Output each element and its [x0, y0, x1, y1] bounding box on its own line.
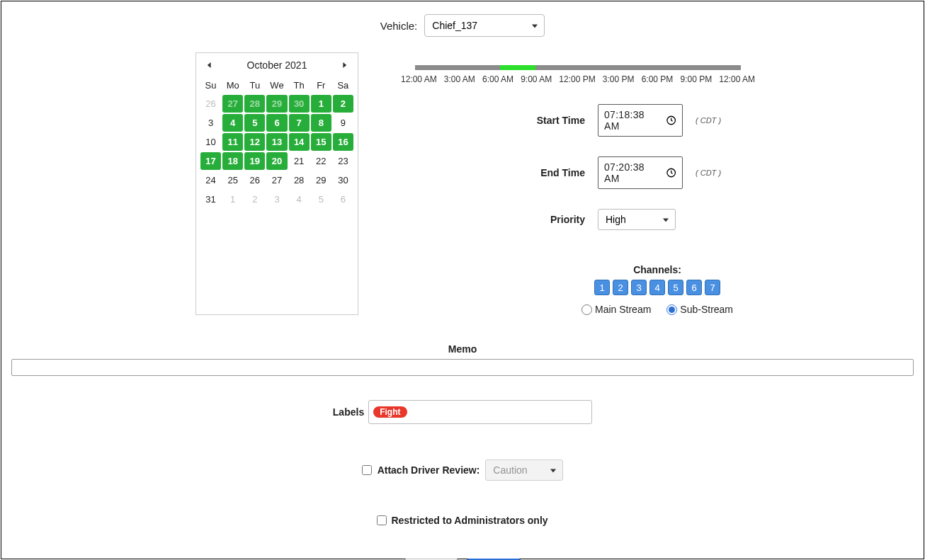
start-time-row: Start Time 07:18:38 AM ( CDT ) — [401, 104, 914, 137]
start-time-value: 07:18:38 AM — [604, 109, 660, 132]
calendar-day[interactable]: 20 — [266, 152, 287, 170]
sub-stream-option[interactable]: Sub-Stream — [666, 304, 733, 315]
timeline-tick: 12:00 AM — [401, 74, 437, 84]
calendar-dow: Tu — [244, 77, 265, 93]
stream-row: Main Stream Sub-Stream — [401, 304, 914, 315]
calendar-day[interactable]: 28 — [244, 95, 265, 113]
calendar-header: October 2021 — [196, 53, 358, 77]
timeline-segment — [500, 65, 536, 70]
calendar-day[interactable]: 2 — [333, 95, 353, 113]
calendar-day[interactable]: 29 — [266, 95, 287, 113]
calendar-dow: Sa — [333, 77, 353, 93]
calendar-day[interactable]: 13 — [266, 133, 287, 151]
calendar-day[interactable]: 28 — [289, 171, 310, 189]
calendar-day[interactable]: 30 — [333, 171, 353, 189]
calendar-day[interactable]: 15 — [311, 133, 331, 151]
end-time-row: End Time 07:20:38 AM ( CDT ) — [401, 156, 914, 189]
restrict-row: Restricted to Administrators only — [11, 515, 914, 526]
start-time-label: Start Time — [401, 115, 585, 126]
calendar-day[interactable]: 6 — [333, 190, 353, 208]
calendar-day[interactable]: 8 — [311, 114, 331, 132]
restrict-checkbox[interactable] — [377, 515, 387, 525]
end-time-tz: ( CDT ) — [696, 168, 721, 177]
calendar-day[interactable]: 5 — [311, 190, 331, 208]
priority-row: Priority High — [401, 209, 914, 230]
attach-label: Attach Driver Review: — [378, 464, 480, 476]
calendar-next-button[interactable] — [338, 59, 351, 72]
channel-button[interactable]: 4 — [649, 280, 665, 295]
calendar-day[interactable]: 27 — [266, 171, 287, 189]
calendar-day[interactable]: 10 — [200, 133, 221, 151]
calendar-day[interactable]: 3 — [266, 190, 287, 208]
calendar-day[interactable]: 29 — [311, 171, 331, 189]
calendar-day[interactable]: 3 — [200, 114, 221, 132]
attach-select[interactable]: Caution — [485, 459, 563, 481]
calendar-day[interactable]: 27 — [222, 95, 243, 113]
timeline-tick: 12:00 PM — [559, 74, 595, 84]
calendar-day[interactable]: 17 — [200, 152, 221, 170]
end-time-label: End Time — [401, 167, 585, 178]
timeline-bar[interactable] — [415, 65, 741, 70]
memo-input[interactable] — [11, 359, 914, 376]
calendar-prev-button[interactable] — [203, 59, 216, 72]
calendar-dow: Fr — [311, 77, 331, 93]
timeline-tick: 6:00 PM — [642, 74, 674, 84]
main-stream-option[interactable]: Main Stream — [581, 304, 651, 315]
channel-button[interactable]: 6 — [686, 280, 702, 295]
calendar-day[interactable]: 25 — [222, 171, 243, 189]
calendar-day[interactable]: 22 — [311, 152, 331, 170]
calendar-day[interactable]: 11 — [222, 133, 243, 151]
restrict-label: Restricted to Administrators only — [391, 515, 547, 526]
main-stream-label: Main Stream — [595, 304, 651, 315]
calendar-day[interactable]: 23 — [333, 152, 353, 170]
calendar-day[interactable]: 12 — [244, 133, 265, 151]
timeline-tick: 3:00 PM — [603, 74, 635, 84]
channel-button[interactable]: 3 — [631, 280, 647, 295]
timeline-ticks: 12:00 AM3:00 AM6:00 AM9:00 AM12:00 PM3:0… — [401, 74, 755, 84]
calendar-day[interactable]: 1 — [311, 95, 331, 113]
vehicle-select-wrap: Chief_137 — [424, 14, 545, 37]
calendar-day[interactable]: 4 — [222, 114, 243, 132]
calendar-day[interactable]: 18 — [222, 152, 243, 170]
attach-select-wrap: Caution — [485, 459, 563, 481]
calendar-day[interactable]: 26 — [244, 171, 265, 189]
calendar-day[interactable]: 2 — [244, 190, 265, 208]
time-column: 12:00 AM3:00 AM6:00 AM9:00 AM12:00 PM3:0… — [401, 52, 914, 315]
attach-checkbox[interactable] — [362, 465, 372, 475]
channel-button[interactable]: 1 — [594, 280, 610, 295]
vehicle-select[interactable]: Chief_137 — [424, 14, 545, 37]
label-tag[interactable]: Fight — [373, 406, 407, 418]
calendar-day[interactable]: 26 — [200, 95, 221, 113]
calendar-day[interactable]: 7 — [289, 114, 310, 132]
calendar-day[interactable]: 31 — [200, 190, 221, 208]
channels-label: Channels: — [401, 264, 914, 275]
channel-button[interactable]: 2 — [613, 280, 628, 295]
calendar-day[interactable]: 24 — [200, 171, 221, 189]
calendar-day[interactable]: 30 — [289, 95, 310, 113]
mid-row: October 2021 SuMoTuWeThFrSa2627282930123… — [11, 52, 914, 315]
sub-stream-radio[interactable] — [666, 304, 677, 315]
labels-input[interactable]: Fight — [368, 400, 592, 424]
channel-button[interactable]: 5 — [668, 280, 683, 295]
attach-row: Attach Driver Review: Caution — [11, 459, 914, 481]
timeline-tick: 3:00 AM — [444, 74, 475, 84]
calendar-day[interactable]: 9 — [333, 114, 353, 132]
channel-button[interactable]: 7 — [705, 280, 720, 295]
labels-row: Labels Fight — [11, 400, 914, 424]
form-panel: Vehicle: Chief_137 October 2021 SuMoTuWe… — [1, 1, 924, 559]
calendar-day[interactable]: 6 — [266, 114, 287, 132]
memo-block: Memo — [11, 343, 914, 376]
end-time-input[interactable]: 07:20:38 AM — [598, 156, 683, 189]
calendar-day[interactable]: 4 — [289, 190, 310, 208]
calendar-day[interactable]: 19 — [244, 152, 265, 170]
start-time-input[interactable]: 07:18:38 AM — [598, 104, 683, 137]
svg-marker-2 — [343, 62, 346, 68]
priority-select[interactable]: High — [598, 209, 676, 230]
calendar-day[interactable]: 21 — [289, 152, 310, 170]
calendar-day[interactable]: 5 — [244, 114, 265, 132]
svg-marker-1 — [208, 62, 211, 68]
calendar-day[interactable]: 1 — [222, 190, 243, 208]
main-stream-radio[interactable] — [581, 304, 592, 315]
calendar-day[interactable]: 14 — [289, 133, 310, 151]
calendar-day[interactable]: 16 — [333, 133, 353, 151]
